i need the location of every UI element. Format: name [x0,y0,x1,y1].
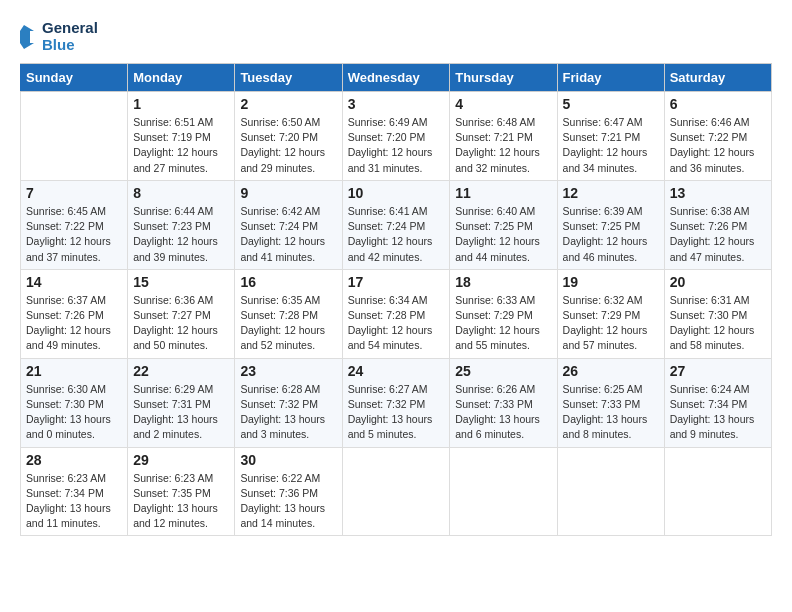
day-number: 29 [133,452,229,468]
weekday-header-sunday: Sunday [21,64,128,92]
weekday-header-wednesday: Wednesday [342,64,450,92]
calendar-cell: 25Sunrise: 6:26 AMSunset: 7:33 PMDayligh… [450,358,557,447]
day-number: 28 [26,452,122,468]
day-number: 25 [455,363,551,379]
weekday-header-thursday: Thursday [450,64,557,92]
day-number: 20 [670,274,766,290]
day-number: 4 [455,96,551,112]
day-info: Sunrise: 6:32 AMSunset: 7:29 PMDaylight:… [563,293,659,354]
calendar-cell: 11Sunrise: 6:40 AMSunset: 7:25 PMDayligh… [450,180,557,269]
calendar-cell: 1Sunrise: 6:51 AMSunset: 7:19 PMDaylight… [128,92,235,181]
weekday-header-saturday: Saturday [664,64,771,92]
day-info: Sunrise: 6:44 AMSunset: 7:23 PMDaylight:… [133,204,229,265]
day-info: Sunrise: 6:23 AMSunset: 7:35 PMDaylight:… [133,471,229,532]
calendar-cell: 22Sunrise: 6:29 AMSunset: 7:31 PMDayligh… [128,358,235,447]
day-number: 24 [348,363,445,379]
calendar-cell: 14Sunrise: 6:37 AMSunset: 7:26 PMDayligh… [21,269,128,358]
day-number: 6 [670,96,766,112]
calendar-cell: 9Sunrise: 6:42 AMSunset: 7:24 PMDaylight… [235,180,342,269]
calendar-cell [557,447,664,536]
day-number: 1 [133,96,229,112]
calendar-cell: 29Sunrise: 6:23 AMSunset: 7:35 PMDayligh… [128,447,235,536]
weekday-header-friday: Friday [557,64,664,92]
logo-icon [20,21,40,53]
calendar-cell: 17Sunrise: 6:34 AMSunset: 7:28 PMDayligh… [342,269,450,358]
day-info: Sunrise: 6:40 AMSunset: 7:25 PMDaylight:… [455,204,551,265]
day-number: 22 [133,363,229,379]
day-info: Sunrise: 6:35 AMSunset: 7:28 PMDaylight:… [240,293,336,354]
day-info: Sunrise: 6:25 AMSunset: 7:33 PMDaylight:… [563,382,659,443]
week-row-1: 1Sunrise: 6:51 AMSunset: 7:19 PMDaylight… [21,92,772,181]
day-info: Sunrise: 6:48 AMSunset: 7:21 PMDaylight:… [455,115,551,176]
day-number: 10 [348,185,445,201]
calendar-cell: 13Sunrise: 6:38 AMSunset: 7:26 PMDayligh… [664,180,771,269]
day-info: Sunrise: 6:49 AMSunset: 7:20 PMDaylight:… [348,115,445,176]
day-number: 18 [455,274,551,290]
logo: General Blue [20,20,98,53]
day-number: 14 [26,274,122,290]
week-row-5: 28Sunrise: 6:23 AMSunset: 7:34 PMDayligh… [21,447,772,536]
day-number: 30 [240,452,336,468]
day-number: 23 [240,363,336,379]
calendar-table: SundayMondayTuesdayWednesdayThursdayFrid… [20,63,772,536]
day-number: 21 [26,363,122,379]
day-info: Sunrise: 6:31 AMSunset: 7:30 PMDaylight:… [670,293,766,354]
day-number: 3 [348,96,445,112]
calendar-cell: 7Sunrise: 6:45 AMSunset: 7:22 PMDaylight… [21,180,128,269]
logo-line2: Blue [42,37,98,54]
svg-marker-0 [20,25,34,49]
calendar-cell: 3Sunrise: 6:49 AMSunset: 7:20 PMDaylight… [342,92,450,181]
day-info: Sunrise: 6:23 AMSunset: 7:34 PMDaylight:… [26,471,122,532]
day-number: 19 [563,274,659,290]
day-info: Sunrise: 6:51 AMSunset: 7:19 PMDaylight:… [133,115,229,176]
day-info: Sunrise: 6:39 AMSunset: 7:25 PMDaylight:… [563,204,659,265]
weekday-header-monday: Monday [128,64,235,92]
calendar-cell: 27Sunrise: 6:24 AMSunset: 7:34 PMDayligh… [664,358,771,447]
calendar-cell: 19Sunrise: 6:32 AMSunset: 7:29 PMDayligh… [557,269,664,358]
day-info: Sunrise: 6:29 AMSunset: 7:31 PMDaylight:… [133,382,229,443]
day-info: Sunrise: 6:30 AMSunset: 7:30 PMDaylight:… [26,382,122,443]
weekday-header-tuesday: Tuesday [235,64,342,92]
day-info: Sunrise: 6:24 AMSunset: 7:34 PMDaylight:… [670,382,766,443]
day-number: 8 [133,185,229,201]
week-row-3: 14Sunrise: 6:37 AMSunset: 7:26 PMDayligh… [21,269,772,358]
calendar-cell: 5Sunrise: 6:47 AMSunset: 7:21 PMDaylight… [557,92,664,181]
day-info: Sunrise: 6:36 AMSunset: 7:27 PMDaylight:… [133,293,229,354]
calendar-cell: 4Sunrise: 6:48 AMSunset: 7:21 PMDaylight… [450,92,557,181]
day-number: 9 [240,185,336,201]
day-info: Sunrise: 6:28 AMSunset: 7:32 PMDaylight:… [240,382,336,443]
day-number: 13 [670,185,766,201]
calendar-cell: 26Sunrise: 6:25 AMSunset: 7:33 PMDayligh… [557,358,664,447]
day-info: Sunrise: 6:22 AMSunset: 7:36 PMDaylight:… [240,471,336,532]
day-info: Sunrise: 6:34 AMSunset: 7:28 PMDaylight:… [348,293,445,354]
day-number: 12 [563,185,659,201]
day-info: Sunrise: 6:47 AMSunset: 7:21 PMDaylight:… [563,115,659,176]
calendar-cell: 15Sunrise: 6:36 AMSunset: 7:27 PMDayligh… [128,269,235,358]
calendar-cell: 21Sunrise: 6:30 AMSunset: 7:30 PMDayligh… [21,358,128,447]
calendar-cell: 24Sunrise: 6:27 AMSunset: 7:32 PMDayligh… [342,358,450,447]
day-number: 15 [133,274,229,290]
calendar-cell: 30Sunrise: 6:22 AMSunset: 7:36 PMDayligh… [235,447,342,536]
calendar-cell: 2Sunrise: 6:50 AMSunset: 7:20 PMDaylight… [235,92,342,181]
day-number: 7 [26,185,122,201]
week-row-2: 7Sunrise: 6:45 AMSunset: 7:22 PMDaylight… [21,180,772,269]
calendar-cell: 12Sunrise: 6:39 AMSunset: 7:25 PMDayligh… [557,180,664,269]
calendar-cell: 28Sunrise: 6:23 AMSunset: 7:34 PMDayligh… [21,447,128,536]
day-info: Sunrise: 6:26 AMSunset: 7:33 PMDaylight:… [455,382,551,443]
page-header: General Blue [20,20,772,53]
day-number: 27 [670,363,766,379]
day-info: Sunrise: 6:33 AMSunset: 7:29 PMDaylight:… [455,293,551,354]
calendar-cell [664,447,771,536]
day-number: 11 [455,185,551,201]
calendar-cell: 18Sunrise: 6:33 AMSunset: 7:29 PMDayligh… [450,269,557,358]
day-info: Sunrise: 6:38 AMSunset: 7:26 PMDaylight:… [670,204,766,265]
day-number: 2 [240,96,336,112]
day-info: Sunrise: 6:46 AMSunset: 7:22 PMDaylight:… [670,115,766,176]
calendar-cell [342,447,450,536]
day-info: Sunrise: 6:50 AMSunset: 7:20 PMDaylight:… [240,115,336,176]
day-info: Sunrise: 6:27 AMSunset: 7:32 PMDaylight:… [348,382,445,443]
day-number: 16 [240,274,336,290]
calendar-cell: 6Sunrise: 6:46 AMSunset: 7:22 PMDaylight… [664,92,771,181]
calendar-cell [21,92,128,181]
week-row-4: 21Sunrise: 6:30 AMSunset: 7:30 PMDayligh… [21,358,772,447]
